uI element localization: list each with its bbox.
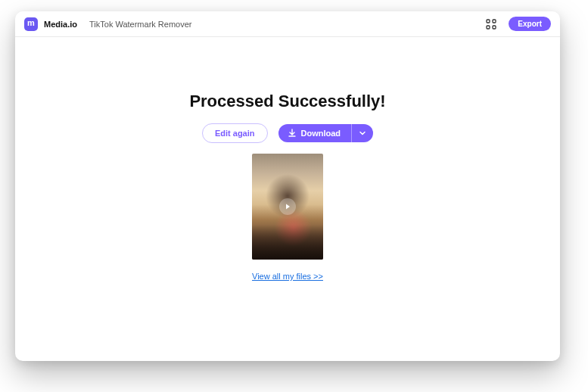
app-window: Media.io TikTok Watermark Remover Export… — [15, 11, 560, 361]
play-button[interactable] — [279, 198, 296, 215]
chevron-down-icon — [359, 129, 366, 137]
action-buttons: Edit again Download — [202, 123, 373, 143]
tool-name: TikTok Watermark Remover — [89, 20, 191, 29]
download-icon — [288, 129, 297, 138]
video-thumbnail[interactable] — [252, 154, 323, 260]
apps-grid-icon[interactable] — [486, 19, 496, 30]
edit-again-button[interactable]: Edit again — [202, 123, 268, 143]
download-group: Download — [278, 124, 374, 142]
download-label: Download — [301, 129, 341, 138]
download-options-button[interactable] — [351, 124, 373, 142]
svg-rect-3 — [493, 26, 496, 29]
success-headline: Processed Successfully! — [189, 92, 385, 111]
export-button[interactable]: Export — [509, 17, 551, 31]
play-icon — [284, 203, 291, 210]
main-content: Processed Successfully! Edit again Downl… — [15, 37, 560, 281]
brand-name: Media.io — [44, 20, 77, 29]
svg-rect-2 — [487, 26, 490, 29]
svg-rect-1 — [493, 20, 496, 23]
view-all-files-link[interactable]: View all my files >> — [252, 272, 323, 281]
download-button[interactable]: Download — [278, 124, 352, 142]
media-logo — [24, 17, 38, 31]
header-bar: Media.io TikTok Watermark Remover Export — [15, 11, 560, 37]
svg-rect-0 — [487, 20, 490, 23]
